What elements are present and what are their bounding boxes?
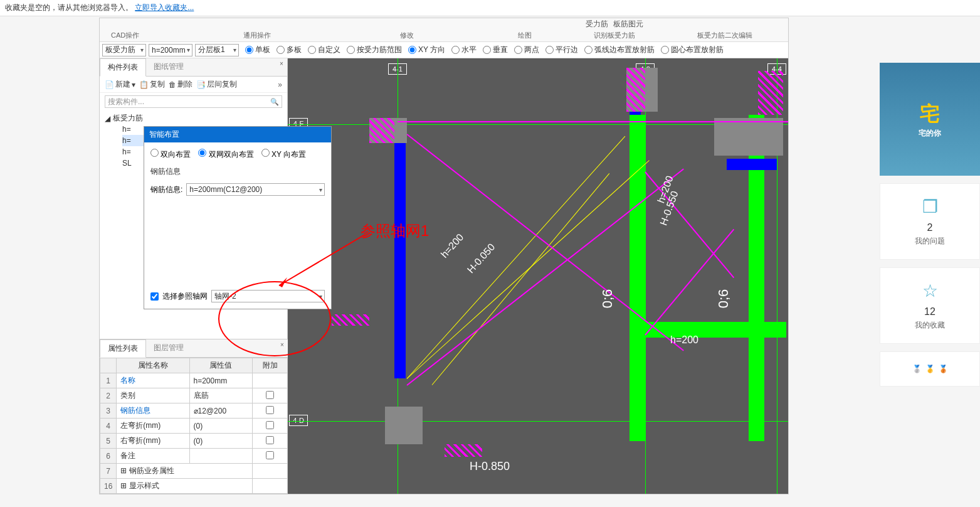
- star-icon: ☆: [887, 280, 973, 301]
- dim-text: H-0.050: [465, 242, 497, 275]
- my-favorites-card[interactable]: ☆ 12 我的收藏: [880, 267, 980, 344]
- ribbon-group-cad[interactable]: CAD操作: [111, 31, 139, 40]
- dialog-title: 智能布置: [144, 127, 331, 142]
- radio-double-net[interactable]: 双网双向布置: [198, 149, 253, 160]
- medals-card[interactable]: 🥈 🥇 🥉: [880, 351, 980, 387]
- left-panel: × 构件列表 图纸管理 📄 新建 ▾ 📋 复制 🗑 删除 📑 层间复制 » 搜索…: [100, 58, 288, 494]
- info-dropdown[interactable]: h=200mm(C12@200): [186, 183, 325, 196]
- component-tools: 📄 新建 ▾ 📋 复制 🗑 删除 📑 层间复制 »: [100, 77, 287, 93]
- svg-marker-1: [279, 277, 287, 287]
- browser-message-bar: 收藏夹是空的，请从其他浏览器导入。 立即导入收藏夹...: [0, 0, 980, 16]
- promo-banner[interactable]: 宅 宅的你: [880, 63, 980, 176]
- floor-copy-button[interactable]: 📑 层间复制: [196, 79, 237, 90]
- radio-xy-dir[interactable]: XY 向布置: [261, 149, 306, 160]
- favorites-label: 我的收藏: [887, 320, 973, 331]
- favorites-count: 12: [887, 306, 973, 318]
- table-row: 2类别底筋: [100, 388, 288, 403]
- table-row: 5右弯折(mm)(0): [100, 434, 288, 449]
- delete-button[interactable]: 🗑 删除: [169, 79, 192, 90]
- info-label: 钢筋信息:: [150, 184, 182, 195]
- dim-text: 0;6: [715, 289, 732, 309]
- table-row: 6备注: [100, 449, 288, 464]
- radio-2pt[interactable]: 两点: [514, 45, 539, 55]
- radio-center[interactable]: 圆心布置放射筋: [661, 45, 724, 55]
- axis-label: 4-D: [289, 415, 308, 426]
- my-questions-card[interactable]: ❐ 2 我的问题: [880, 183, 980, 260]
- property-table: 属性名称属性值附加 1名称h=200mm 2类别底筋 3钢筋信息⌀12@200 …: [100, 358, 288, 494]
- radio-multi[interactable]: 多板: [277, 45, 302, 55]
- browser-msg: 收藏夹是空的，请从其他浏览器导入。: [5, 3, 135, 12]
- ribbon-group-edit2[interactable]: 板受力筋二次编辑: [697, 31, 752, 40]
- radio-v[interactable]: 垂直: [483, 45, 508, 55]
- dim-text: h=200: [439, 232, 466, 260]
- search-input[interactable]: 搜索构件...: [105, 95, 282, 108]
- right-sidebar: 宅 宅的你 ❐ 2 我的问题 ☆ 12 我的收藏 🥈 🥇 🥉: [880, 63, 980, 387]
- svg-line-0: [279, 235, 364, 286]
- questions-label: 我的问题: [887, 236, 973, 247]
- fieldset-label: 钢筋信息: [150, 166, 325, 177]
- panel-close-icon[interactable]: ×: [277, 60, 286, 68]
- tab-layers[interactable]: 图层管理: [146, 339, 191, 357]
- copy-button[interactable]: 📋 复制: [139, 79, 165, 90]
- table-row: 7⊞ 钢筋业务属性: [100, 464, 288, 479]
- radio-bidirectional[interactable]: 双向布置: [150, 149, 191, 160]
- ribbon-group-rebar[interactable]: 识别板受力筋: [594, 31, 635, 40]
- import-bookmarks-link[interactable]: 立即导入收藏夹...: [135, 3, 194, 12]
- secondary-toolbar: 板受力筋 h=200mm 分层板1 单板 多板 自定义 按受力筋范围 XY 方向…: [100, 42, 788, 58]
- annotation-arrow: [270, 232, 370, 295]
- tree-root[interactable]: ◢ 板受力筋: [105, 113, 282, 124]
- questions-count: 2: [887, 222, 973, 233]
- annotation-text: 参照轴网1: [361, 221, 429, 241]
- radio-custom[interactable]: 自定义: [308, 45, 340, 55]
- radio-h[interactable]: 水平: [451, 45, 477, 55]
- radio-xy[interactable]: XY 方向: [408, 45, 445, 55]
- tab-components[interactable]: 构件列表: [100, 58, 146, 77]
- radio-parallel[interactable]: 平行边: [545, 45, 578, 55]
- dim-text: H-0.850: [470, 460, 510, 473]
- table-row: 4左弯折(mm)(0): [100, 419, 288, 434]
- app-window: CAD操作 通用操作 修改 绘图 受力筋 板筋图元 识别板受力筋 板受力筋二次编…: [99, 18, 789, 494]
- ribbon-group-draw[interactable]: 绘图: [518, 31, 532, 40]
- tab-properties[interactable]: 属性列表: [100, 339, 146, 358]
- medal-gold-icon: 🥇: [925, 365, 935, 373]
- radio-arc[interactable]: 弧线边布置放射筋: [584, 45, 655, 55]
- more-icon[interactable]: »: [278, 80, 282, 89]
- dropdown-type[interactable]: 板受力筋: [102, 44, 146, 56]
- ref-axis-label: 选择参照轴网: [162, 291, 208, 302]
- tab-drawings[interactable]: 图纸管理: [146, 58, 191, 76]
- property-panel: × 属性列表 图层管理 属性名称属性值附加 1名称h=200mm 2类别底筋 3…: [100, 339, 288, 494]
- ribbon: CAD操作 通用操作 修改 绘图 受力筋 板筋图元 识别板受力筋 板受力筋二次编…: [100, 18, 788, 42]
- radio-single[interactable]: 单板: [245, 45, 270, 55]
- table-row: 16⊞ 显示样式: [100, 479, 288, 494]
- ref-axis-checkbox[interactable]: [150, 292, 159, 301]
- table-row: 1名称h=200mm: [100, 373, 288, 388]
- medal-silver-icon: 🥈: [912, 365, 922, 373]
- ribbon-group-modify[interactable]: 修改: [400, 31, 414, 40]
- dim-text: 0;6: [599, 289, 616, 309]
- radio-scope[interactable]: 按受力筋范围: [347, 45, 402, 55]
- ribbon-rebar-items: 受力筋 板筋图元: [586, 19, 643, 29]
- medal-bronze-icon: 🥉: [939, 365, 948, 373]
- dim-text: h=200: [670, 334, 698, 346]
- ribbon-group-general[interactable]: 通用操作: [243, 31, 271, 40]
- note-icon: ❐: [887, 196, 973, 217]
- new-button[interactable]: 📄 新建 ▾: [105, 79, 135, 90]
- component-tabs: 构件列表 图纸管理: [100, 58, 287, 77]
- table-row: 3钢筋信息⌀12@200: [100, 403, 288, 419]
- dropdown-layer[interactable]: 分层板1: [195, 44, 239, 56]
- dropdown-height[interactable]: h=200mm: [149, 44, 192, 56]
